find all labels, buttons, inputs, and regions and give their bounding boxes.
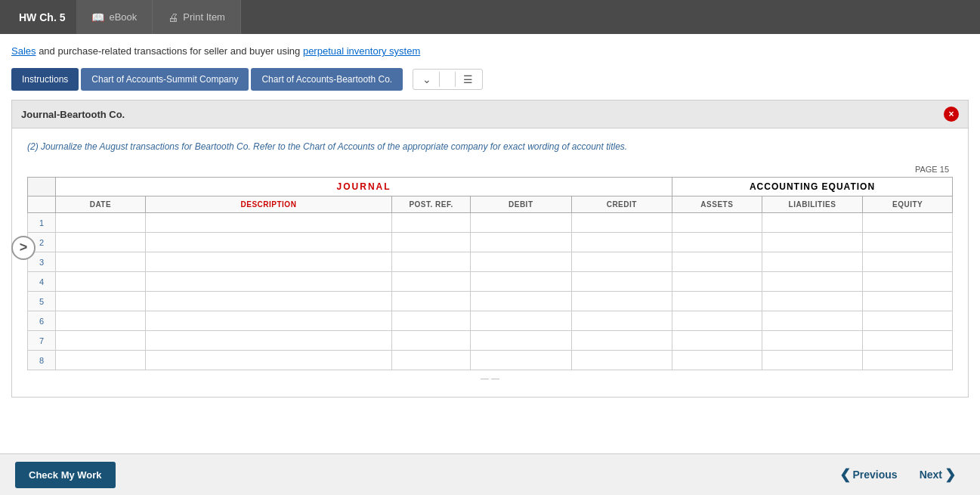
credit-cell[interactable] xyxy=(571,331,672,351)
assets-cell[interactable] xyxy=(672,213,762,233)
assets-cell[interactable] xyxy=(672,311,762,331)
postref-cell[interactable] xyxy=(392,311,471,331)
debit-cell[interactable] xyxy=(471,233,572,252)
date-cell[interactable] xyxy=(56,351,146,370)
postref-cell[interactable] xyxy=(392,213,471,233)
credit-cell[interactable] xyxy=(571,292,672,311)
description-cell[interactable] xyxy=(145,292,391,311)
date-cell[interactable] xyxy=(56,331,146,351)
date-cell[interactable] xyxy=(56,272,146,292)
tab-chart-beartooth[interactable]: Chart of Accounts-Beartooth Co. xyxy=(251,68,403,91)
equity-cell[interactable] xyxy=(863,233,953,252)
description-cell[interactable] xyxy=(145,213,391,233)
next-label: Next xyxy=(920,469,942,481)
equity-cell[interactable] xyxy=(863,331,953,351)
perpetual-link[interactable]: perpetual inventory system xyxy=(303,45,420,57)
postref-cell[interactable] xyxy=(392,292,471,311)
postref-cell[interactable] xyxy=(392,252,471,272)
debit-cell[interactable] xyxy=(471,351,572,370)
previous-button[interactable]: ❮ Previous xyxy=(830,460,907,489)
close-button[interactable]: × xyxy=(944,107,959,122)
sidebar-expand-button[interactable]: > xyxy=(11,236,36,260)
debit-cell[interactable] xyxy=(471,272,572,292)
tab-ebook-label: eBook xyxy=(109,11,137,23)
table-row: 1 xyxy=(28,213,953,233)
blank-button-1[interactable] xyxy=(443,78,452,81)
assets-cell[interactable] xyxy=(672,233,762,252)
row-number: 5 xyxy=(28,292,56,311)
description-cell[interactable] xyxy=(145,252,391,272)
description-cell[interactable] xyxy=(145,311,391,331)
credit-cell[interactable] xyxy=(571,252,672,272)
description-cell[interactable] xyxy=(145,272,391,292)
assets-cell[interactable] xyxy=(672,272,762,292)
debit-cell[interactable] xyxy=(471,331,572,351)
equity-cell[interactable] xyxy=(863,351,953,370)
liabilities-cell[interactable] xyxy=(762,351,863,370)
liabilities-cell[interactable] xyxy=(762,233,863,252)
date-cell[interactable] xyxy=(56,292,146,311)
postref-cell[interactable] xyxy=(392,351,471,370)
table-row: 8 xyxy=(28,351,953,370)
col-description: DESCRIPTION xyxy=(145,196,391,213)
date-cell[interactable] xyxy=(56,311,146,331)
postref-cell[interactable] xyxy=(392,272,471,292)
chevron-left-icon: ❮ xyxy=(839,466,851,483)
assets-cell[interactable] xyxy=(672,331,762,351)
chevron-right-icon: ❯ xyxy=(944,466,956,483)
sales-link[interactable]: Sales xyxy=(11,45,36,57)
date-cell[interactable] xyxy=(56,252,146,272)
equity-cell[interactable] xyxy=(863,311,953,331)
description-cell[interactable] xyxy=(145,331,391,351)
accounting-section-label: ACCOUNTING EQUATION xyxy=(672,178,953,196)
description-cell[interactable] xyxy=(145,351,391,370)
equity-cell[interactable] xyxy=(863,252,953,272)
nav-buttons: ❮ Previous Next ❯ xyxy=(830,460,966,489)
equity-cell[interactable] xyxy=(863,213,953,233)
debit-cell[interactable] xyxy=(471,252,572,272)
credit-cell[interactable] xyxy=(571,213,672,233)
tab-ebook[interactable]: 📖 eBook xyxy=(76,0,153,34)
equity-cell[interactable] xyxy=(863,272,953,292)
tab-instructions[interactable]: Instructions xyxy=(11,68,79,91)
next-button[interactable]: Next ❯ xyxy=(910,460,965,489)
check-work-button[interactable]: Check My Work xyxy=(15,462,116,488)
liabilities-cell[interactable] xyxy=(762,252,863,272)
tab-print[interactable]: 🖨 Print Item xyxy=(153,0,241,34)
row-number: 6 xyxy=(28,311,56,331)
liabilities-cell[interactable] xyxy=(762,311,863,331)
description-cell[interactable] xyxy=(145,233,391,252)
col-date: DATE xyxy=(56,196,146,213)
postref-cell[interactable] xyxy=(392,233,471,252)
tab-chart-summit[interactable]: Chart of Accounts-Summit Company xyxy=(81,68,249,91)
debit-cell[interactable] xyxy=(471,292,572,311)
scroll-hint-icon: — — xyxy=(481,373,499,382)
credit-cell[interactable] xyxy=(571,272,672,292)
credit-cell[interactable] xyxy=(571,233,672,252)
postref-cell[interactable] xyxy=(392,331,471,351)
row-number: 4 xyxy=(28,272,56,292)
table-row: 3 xyxy=(28,252,953,272)
debit-cell[interactable] xyxy=(471,213,572,233)
row-number: 7 xyxy=(28,331,56,351)
credit-cell[interactable] xyxy=(571,351,672,370)
assets-cell[interactable] xyxy=(672,252,762,272)
dropdown-button[interactable]: ⌄ xyxy=(418,72,436,87)
credit-cell[interactable] xyxy=(571,311,672,331)
liabilities-cell[interactable] xyxy=(762,213,863,233)
date-cell[interactable] xyxy=(56,233,146,252)
liabilities-cell[interactable] xyxy=(762,272,863,292)
journal-body: (2) Journalize the August transactions f… xyxy=(12,128,968,397)
table-row: 5 xyxy=(28,292,953,311)
table-row: 7 xyxy=(28,331,953,351)
liabilities-cell[interactable] xyxy=(762,331,863,351)
assets-cell[interactable] xyxy=(672,292,762,311)
list-view-button[interactable]: ☰ xyxy=(459,72,478,87)
liabilities-cell[interactable] xyxy=(762,292,863,311)
row-number: 1 xyxy=(28,213,56,233)
assets-cell[interactable] xyxy=(672,351,762,370)
date-cell[interactable] xyxy=(56,213,146,233)
debit-cell[interactable] xyxy=(471,311,572,331)
equity-cell[interactable] xyxy=(863,292,953,311)
table-row: 2 xyxy=(28,233,953,252)
